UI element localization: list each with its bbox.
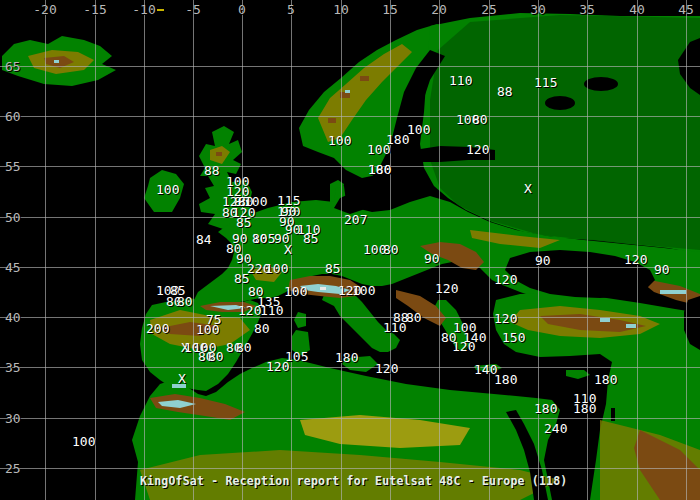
latitude-label: 65 bbox=[5, 60, 21, 73]
longitude-label: 5 bbox=[287, 3, 295, 16]
gridline-horizontal bbox=[0, 267, 700, 268]
reception-dish-size-label: 100 bbox=[352, 284, 375, 297]
reception-dish-size-label: 120 bbox=[452, 340, 475, 353]
reception-dish-size-label: 180 bbox=[573, 402, 596, 415]
reception-dish-size-label: 110 bbox=[260, 304, 283, 317]
reception-dish-size-label: 120 bbox=[435, 282, 458, 295]
gridline-vertical bbox=[193, 0, 194, 500]
reception-dish-size-label: 88 bbox=[204, 164, 220, 177]
reception-dish-size-label: 180 bbox=[335, 351, 358, 364]
reception-dish-size-label: 80 bbox=[383, 243, 399, 256]
gridline-vertical bbox=[341, 0, 342, 500]
latitude-label: 35 bbox=[5, 361, 21, 374]
gridline-vertical bbox=[489, 0, 490, 500]
longitude-label: -20 bbox=[33, 3, 56, 16]
reception-map: -20-15-10-505101520253035404565605550454… bbox=[0, 0, 700, 500]
gridline-horizontal bbox=[0, 317, 700, 318]
gridline-vertical bbox=[95, 0, 96, 500]
reception-dish-size-label: 90 bbox=[654, 263, 670, 276]
reception-dish-size-label: 85 bbox=[236, 216, 252, 229]
longitude-label: 10 bbox=[333, 3, 349, 16]
longitude-label: 40 bbox=[629, 3, 645, 16]
longitude-label: 35 bbox=[579, 3, 595, 16]
reception-dish-size-label: 80 bbox=[208, 350, 224, 363]
reception-dish-size-label: 85 bbox=[325, 262, 341, 275]
reception-dish-size-label: 180 bbox=[594, 373, 617, 386]
longitude-label: -5 bbox=[185, 3, 201, 16]
latitude-label: 40 bbox=[5, 311, 21, 324]
longitude-label: 30 bbox=[530, 3, 546, 16]
reception-dish-size-label: 100 bbox=[156, 183, 179, 196]
reception-dish-size-label: 100 bbox=[284, 285, 307, 298]
longitude-label: 15 bbox=[382, 3, 398, 16]
reception-dish-size-label: 150 bbox=[502, 331, 525, 344]
reception-dish-size-label: 84 bbox=[196, 233, 212, 246]
reception-dish-size-label: 80 bbox=[472, 113, 488, 126]
gridline-horizontal bbox=[0, 367, 700, 368]
reception-dish-size-label: 120 bbox=[238, 304, 261, 317]
x-marker: X bbox=[178, 372, 186, 385]
reception-dish-size-label: 80 bbox=[236, 341, 252, 354]
reception-dish-size-label: 85 bbox=[303, 232, 319, 245]
latitude-label: 60 bbox=[5, 110, 21, 123]
gridline-vertical bbox=[45, 0, 46, 500]
reception-dish-size-label: 110 bbox=[449, 74, 472, 87]
reception-dish-size-label: 100 bbox=[407, 123, 430, 136]
longitude-label: -10 bbox=[132, 3, 155, 16]
reception-dish-size-label: 90 bbox=[535, 254, 551, 267]
reception-dish-size-label: 90 bbox=[424, 252, 440, 265]
x-marker: X bbox=[524, 182, 532, 195]
reception-dish-size-label: 80 bbox=[252, 232, 268, 245]
longitude-label: 45 bbox=[678, 3, 694, 16]
longitude-label: 25 bbox=[481, 3, 497, 16]
reception-dish-size-label: 207 bbox=[344, 213, 367, 226]
reception-dish-size-label: 100 bbox=[367, 143, 390, 156]
gridline-horizontal bbox=[0, 166, 700, 167]
latitude-label: 25 bbox=[5, 462, 21, 475]
reception-dish-size-label: 100 bbox=[265, 262, 288, 275]
latitude-label: 50 bbox=[5, 211, 21, 224]
relief-map-image bbox=[0, 0, 700, 500]
gridline-vertical bbox=[686, 0, 687, 500]
reception-dish-size-label: 110 bbox=[383, 321, 406, 334]
reception-dish-size-label: 240 bbox=[544, 422, 567, 435]
reception-dish-size-label: 120 bbox=[494, 273, 517, 286]
reception-dish-size-label: 120 bbox=[466, 143, 489, 156]
reception-dish-size-label: 200 bbox=[146, 322, 169, 335]
longitude-label: 0 bbox=[238, 3, 246, 16]
reception-dish-size-label: 180 bbox=[534, 402, 557, 415]
latitude-label: 45 bbox=[5, 261, 21, 274]
reception-dish-size-label: 180 bbox=[368, 163, 391, 176]
reception-dish-size-label: 120 bbox=[494, 312, 517, 325]
reception-dish-size-label: 120 bbox=[624, 253, 647, 266]
longitude-label: 20 bbox=[431, 3, 447, 16]
reception-dish-size-label: 180 bbox=[494, 373, 517, 386]
reception-dish-size-label: 120 bbox=[266, 360, 289, 373]
gridline-horizontal bbox=[0, 418, 700, 419]
latitude-label: 55 bbox=[5, 160, 21, 173]
reception-dish-size-label: 120 bbox=[375, 362, 398, 375]
longitude-label: -15 bbox=[83, 3, 106, 16]
caption: KingOfSat - Reception report for Eutelsa… bbox=[140, 474, 567, 488]
gridline-vertical bbox=[144, 0, 145, 500]
reception-dish-size-label: 100 bbox=[72, 435, 95, 448]
gridline-vertical bbox=[587, 0, 588, 500]
reception-dish-size-label: 80 bbox=[254, 322, 270, 335]
reception-dish-size-label: 115 bbox=[534, 76, 557, 89]
reception-dish-size-label: 88 bbox=[497, 85, 513, 98]
gridline-horizontal bbox=[0, 66, 700, 67]
reception-dish-size-label: 80 bbox=[177, 295, 193, 308]
gridline-horizontal bbox=[0, 468, 700, 469]
reception-dish-size-label: 100 bbox=[328, 134, 351, 147]
x-marker: X bbox=[284, 243, 292, 256]
gridline-vertical bbox=[637, 0, 638, 500]
latitude-label: 30 bbox=[5, 412, 21, 425]
reception-dish-size-label: 100 bbox=[196, 323, 219, 336]
gridline-horizontal bbox=[0, 116, 700, 117]
yellow-tick-marker bbox=[157, 9, 164, 11]
reception-dish-size-label: 80 bbox=[406, 311, 422, 324]
